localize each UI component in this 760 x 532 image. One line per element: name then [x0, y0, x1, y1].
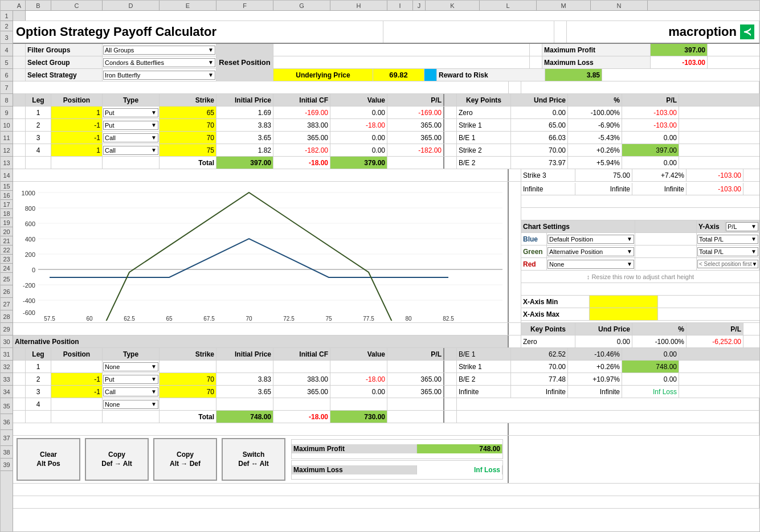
- col-m: M: [537, 1, 591, 10]
- kp-col-pct: %: [568, 94, 622, 106]
- svg-text:75: 75: [325, 316, 332, 321]
- buttons-row: Clear Alt Pos Copy Def → Alt Copy Alt → …: [13, 436, 759, 484]
- col-pl: P/L: [387, 94, 444, 106]
- svg-text:-600: -600: [23, 309, 35, 316]
- leg1-position[interactable]: 1: [51, 107, 103, 118]
- row-13: Strike 3 75.00 +7.42% -103.00: [13, 169, 759, 182]
- reset-position-button[interactable]: Reset Position: [216, 44, 273, 81]
- svg-text:400: 400: [25, 236, 35, 243]
- svg-text:-200: -200: [23, 282, 35, 289]
- col-g: G: [273, 1, 330, 10]
- svg-text:-400: -400: [23, 297, 35, 304]
- leg-row-3: 3 -1 Call▼ 70 3.65 365.00 0.00 365.00 B/…: [13, 132, 759, 144]
- svg-text:0: 0: [32, 267, 35, 273]
- row-6: [13, 81, 759, 94]
- row-4: Select Group Condors & Butterflies ▼ Max…: [13, 56, 759, 69]
- clear-alt-pos-button[interactable]: Clear Alt Pos: [17, 438, 80, 481]
- row-1: [13, 11, 759, 21]
- svg-text:65: 65: [166, 316, 173, 321]
- column-headers: A B C D E F G H I J K L M N: [1, 1, 759, 11]
- leg-row-1: 1 1 Put▼ 65 1.69 -169.00 0.00 -169.00 Ze…: [13, 107, 759, 119]
- col-l: L: [480, 1, 537, 10]
- row-33-alt-total: Total 748.00 -18.00 730.00: [13, 411, 759, 423]
- alt-max-profit-label: Maximum Profit: [292, 444, 417, 453]
- resize-hint: ↕ Resize this row to adjust chart height: [521, 271, 759, 283]
- col-leg: Leg: [26, 94, 51, 106]
- copy-def-alt-button[interactable]: Copy Def → Alt: [85, 438, 149, 481]
- leg1-pl: -169.00: [387, 107, 444, 118]
- svg-text:1000: 1000: [22, 190, 35, 197]
- kp-col-und: Und Price: [511, 94, 568, 106]
- kp-col-pl: P/L: [622, 94, 679, 106]
- select-strategy-label: Select Strategy: [26, 69, 103, 81]
- leg1-initial-price: 1.69: [216, 107, 273, 118]
- chart-svg-container: 1000 800 600 400 200 0 -200 -400 -600: [13, 182, 509, 322]
- kp1-pl: -103.00: [622, 107, 679, 118]
- row-34: [13, 423, 759, 436]
- svg-text:200: 200: [25, 251, 35, 258]
- row-27-alt-header: Alternative Position Zero 0.00 -100.00% …: [13, 335, 759, 348]
- svg-text:60: 60: [86, 316, 93, 321]
- alt-leg-row-1: 1 None▼ Strike 1 70.00 +0.26% 748.00: [13, 361, 759, 373]
- max-loss-label: Maximum Loss: [542, 56, 651, 68]
- row-26-alt-kp-header: Key Points Und Price % P/L: [13, 323, 759, 335]
- copy-alt-def-button[interactable]: Copy Alt → Def: [153, 438, 217, 481]
- col-d: D: [103, 1, 160, 10]
- grid: Option Strategy Payoff Calculator macrop…: [13, 11, 759, 531]
- leg1-num: 1: [26, 107, 51, 118]
- col-n: N: [591, 1, 648, 10]
- leg1-value: 0.00: [330, 107, 387, 118]
- leg-row-2: 2 -1 Put▼ 70 3.83 383.00 -18.00 365.00 S…: [13, 119, 759, 132]
- reward-risk-value: 3.85: [545, 69, 602, 81]
- col-type: Type: [103, 94, 160, 106]
- svg-text:62.5: 62.5: [124, 316, 135, 321]
- svg-text:72.5: 72.5: [283, 316, 295, 321]
- svg-text:67.5: 67.5: [203, 316, 215, 321]
- row-39: [13, 496, 759, 509]
- svg-text:800: 800: [25, 205, 35, 212]
- col-f: F: [216, 1, 273, 10]
- col-k: K: [426, 1, 480, 10]
- filter-groups-label: Filter Groups: [26, 44, 103, 56]
- col-h: H: [330, 1, 387, 10]
- svg-text:82.5: 82.5: [443, 316, 454, 321]
- svg-text:80: 80: [405, 316, 412, 321]
- filter-groups-dropdown[interactable]: All Groups ▼: [103, 44, 216, 56]
- col-position: Position: [51, 94, 103, 106]
- col-initial-cf: Initial CF: [273, 94, 330, 106]
- leg1-strike[interactable]: 65: [160, 107, 216, 118]
- col-initial-price: Initial Price: [216, 94, 273, 106]
- max-profit-label: Maximum Profit: [542, 44, 651, 56]
- select-strategy-dropdown[interactable]: Iron Butterfly ▼: [103, 69, 216, 81]
- col-e: E: [160, 1, 216, 10]
- kp1-und: 0.00: [511, 107, 568, 118]
- select-group-dropdown[interactable]: Condors & Butterflies ▼: [103, 56, 216, 68]
- col-strike: Strike: [160, 94, 216, 106]
- chart-settings-label: Chart Settings: [521, 220, 635, 232]
- reward-risk-label: Reward to Risk: [437, 69, 545, 81]
- alt-leg-row-3: 3 -1 Call▼ 70 3.65 365.00 0.00 365.00 In…: [13, 386, 759, 398]
- alt-position-title: Alternative Position: [13, 335, 509, 347]
- x-axis-max-input[interactable]: [590, 308, 658, 320]
- alt-max-loss-value: Inf Loss: [417, 465, 502, 474]
- alt-max-profit-value: 748.00: [417, 444, 502, 453]
- svg-text:57.5: 57.5: [44, 316, 55, 321]
- alt-max-loss-label: Maximum Loss: [292, 465, 417, 474]
- brand-icon: ≺: [740, 24, 754, 39]
- svg-text:70: 70: [246, 316, 252, 321]
- row-12-total: Total 397.00 -18.00 379.00 B/E 2 73.97 +…: [13, 157, 759, 169]
- chart-area: 1000 800 600 400 200 0 -200 -400 -600: [13, 182, 759, 323]
- col-c: C: [51, 1, 103, 10]
- col-j: J: [413, 1, 426, 10]
- leg1-type[interactable]: Put▼: [103, 107, 160, 118]
- switch-def-alt-button[interactable]: Switch Def ↔ Alt: [222, 438, 285, 481]
- row-5: Select Strategy Iron Butterfly ▼ Underly…: [13, 69, 759, 81]
- max-loss-value: -103.00: [651, 56, 708, 68]
- row-28-alt-col-headers: Leg Position Type Strike Initial Price I…: [13, 348, 759, 361]
- svg-text:77.5: 77.5: [363, 316, 374, 321]
- x-axis-min-input[interactable]: [590, 296, 658, 308]
- underlying-price-value[interactable]: 69.82: [373, 69, 424, 81]
- row-numbers: 1 2 3 4 5 6 7 8 9 10 11 12 13 14 15 16 1…: [1, 11, 13, 531]
- x-axis-min-label: X-Axis Min: [521, 296, 590, 308]
- brand-name: macroption: [668, 24, 737, 39]
